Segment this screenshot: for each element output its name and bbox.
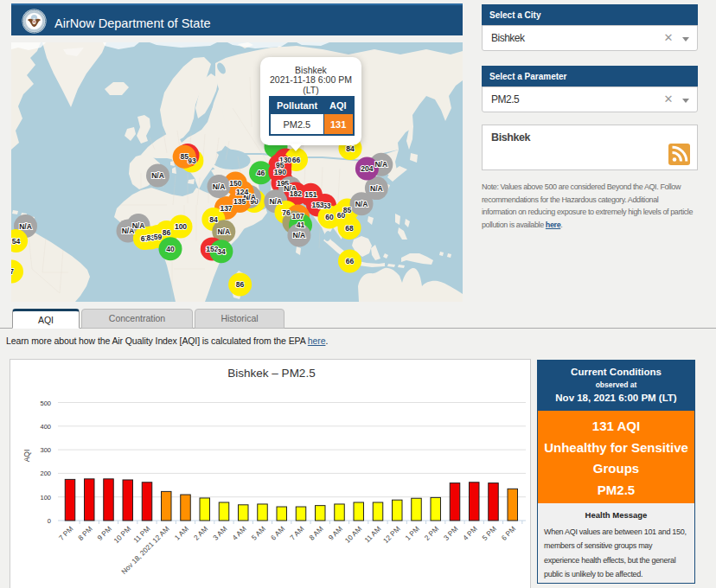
svg-text:59: 59 <box>154 233 163 241</box>
svg-text:124: 124 <box>236 188 248 196</box>
svg-text:84: 84 <box>346 144 355 153</box>
svg-text:11 AM: 11 AM <box>363 525 382 544</box>
svg-text:10 AM: 10 AM <box>343 525 363 545</box>
svg-text:AQI: AQI <box>22 450 31 463</box>
svg-text:86: 86 <box>163 228 171 237</box>
svg-text:86: 86 <box>236 280 245 289</box>
svg-text:66: 66 <box>346 257 355 265</box>
svg-text:41: 41 <box>297 220 305 229</box>
svg-text:93: 93 <box>188 157 196 165</box>
svg-text:60: 60 <box>325 213 334 221</box>
svg-text:204: 204 <box>361 164 373 173</box>
svg-text:N/A: N/A <box>213 182 226 191</box>
svg-text:6 PM: 6 PM <box>500 525 517 542</box>
svg-text:9 AM: 9 AM <box>327 525 344 542</box>
svg-text:9 PM: 9 PM <box>96 525 113 542</box>
svg-text:66: 66 <box>292 156 301 164</box>
svg-text:8 AM: 8 AM <box>308 525 325 542</box>
svg-text:3 PM: 3 PM <box>443 525 460 542</box>
svg-text:3 AM: 3 AM <box>212 525 229 542</box>
svg-text:84: 84 <box>209 215 218 224</box>
svg-text:N/A: N/A <box>132 221 145 230</box>
svg-text:5 AM: 5 AM <box>250 525 267 542</box>
svg-text:8 PM: 8 PM <box>77 525 94 542</box>
svg-text:Bishkek – PM2.5: Bishkek – PM2.5 <box>227 367 315 380</box>
svg-text:100: 100 <box>40 494 51 502</box>
svg-text:153: 153 <box>311 201 323 209</box>
svg-text:100: 100 <box>175 222 187 231</box>
svg-text:4 AM: 4 AM <box>231 525 248 542</box>
svg-text:76: 76 <box>282 208 291 217</box>
svg-text:N/A: N/A <box>151 171 164 180</box>
svg-text:182: 182 <box>290 189 302 198</box>
svg-text:151: 151 <box>304 190 316 199</box>
svg-text:85: 85 <box>180 152 189 161</box>
svg-text:7: 7 <box>11 267 14 276</box>
svg-text:2 AM: 2 AM <box>193 525 210 542</box>
svg-text:1 PM: 1 PM <box>404 525 421 542</box>
svg-text:12 PM: 12 PM <box>382 525 402 545</box>
svg-text:7 PM: 7 PM <box>58 525 75 542</box>
svg-text:54: 54 <box>12 237 21 246</box>
svg-text:200: 200 <box>40 470 51 477</box>
svg-text:300: 300 <box>40 446 51 454</box>
svg-text:2 PM: 2 PM <box>423 525 440 542</box>
svg-text:150: 150 <box>229 179 241 188</box>
svg-text:0: 0 <box>48 517 51 525</box>
svg-text:10 PM: 10 PM <box>112 525 132 545</box>
svg-text:6 AM: 6 AM <box>270 525 287 542</box>
svg-text:85: 85 <box>343 206 352 214</box>
svg-text:5 PM: 5 PM <box>481 525 498 542</box>
svg-text:135: 135 <box>233 197 246 206</box>
svg-text:N/A: N/A <box>374 160 387 169</box>
svg-text:68: 68 <box>345 224 354 233</box>
svg-text:4 PM: 4 PM <box>462 525 479 542</box>
svg-text:1 AM: 1 AM <box>173 525 190 542</box>
svg-text:N/A: N/A <box>293 231 306 240</box>
svg-text:46: 46 <box>257 169 265 177</box>
svg-text:7 AM: 7 AM <box>289 525 306 542</box>
svg-text:400: 400 <box>40 423 51 431</box>
svg-text:N/A: N/A <box>19 222 32 231</box>
svg-text:N/A: N/A <box>269 197 282 206</box>
svg-text:N/A: N/A <box>217 227 230 236</box>
svg-text:40: 40 <box>166 245 175 253</box>
svg-text:500: 500 <box>40 399 51 407</box>
svg-text:N/A: N/A <box>370 184 383 193</box>
svg-text:N/A: N/A <box>355 200 368 208</box>
svg-text:34: 34 <box>217 247 226 256</box>
svg-text:137: 137 <box>220 204 232 213</box>
svg-text:190: 190 <box>274 168 286 176</box>
svg-text:107: 107 <box>291 212 304 220</box>
